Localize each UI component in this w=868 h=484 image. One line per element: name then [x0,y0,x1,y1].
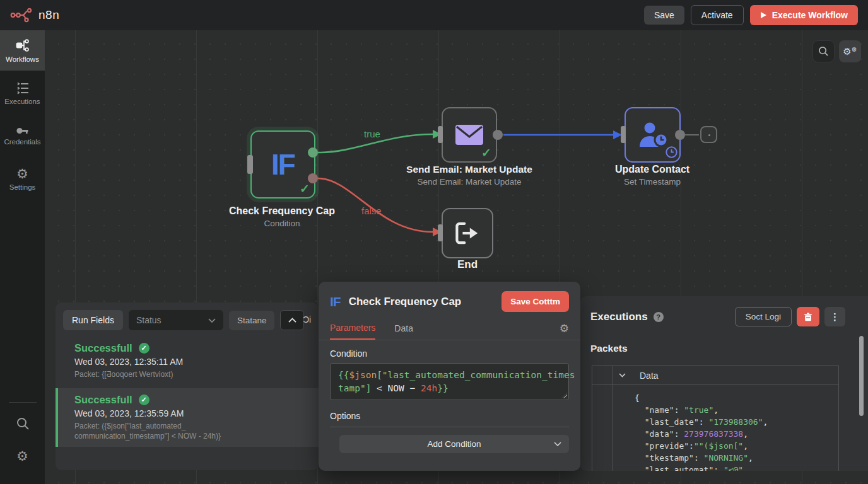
canvas-settings-button[interactable]: ⚙⚙ [839,40,861,62]
topbar-actions: Save Activate Execute Workflow [644,5,858,25]
n8n-logo[interactable]: n8n [10,8,59,23]
gear-icon[interactable]: ⚙ [560,322,569,340]
user-clock-icon [637,122,669,148]
executions-title: Executions [590,311,648,323]
json-line: "last_automat": "<@", [635,464,838,471]
condition-expression-input[interactable]: {{$json["last_automated_communication_ti… [330,363,569,400]
contact-output-dot[interactable] [675,130,685,140]
json-line: "tkestamp": "NORNING", [635,452,838,464]
clock-badge-icon [665,146,678,161]
status-filter-select[interactable]: Status [129,310,223,330]
contact-input-handle[interactable] [621,126,626,143]
execution-status: Successfull ✓ [74,394,311,406]
modal-title: Check Frequency Cap [349,296,502,308]
code-line: {{$json["last_automated_communication_ti… [338,369,561,382]
code-line: tamp"] < NOW − 24h}} [338,382,561,395]
contact-node-label: Update Contact Set Timestamp [577,164,728,187]
sidebar-item-executions[interactable]: Executions [0,73,45,113]
gear-icon[interactable]: ⚙ [16,449,28,463]
search-icon[interactable] [16,417,30,433]
activate-button[interactable]: Activate [691,5,744,25]
execution-timestamp: Wed 03, 2023, 12:35:59 AM [74,408,311,418]
if-false-output-dot[interactable] [308,173,318,183]
if-input-handle[interactable] [247,155,253,174]
soct-logi-button[interactable]: Soct Logi [735,307,792,326]
save-condition-button[interactable]: Save Cotttm [501,291,569,312]
node-end[interactable] [442,208,493,258]
packet-json-view: { "name": "true", "last_date": "17398830… [613,385,838,471]
email-output-dot[interactable] [493,130,503,140]
execute-workflow-button[interactable]: Execute Workflow [750,5,858,25]
kebab-icon: ⋮ [830,311,840,323]
chevron-up-icon [288,318,296,323]
save-button[interactable]: Save [644,6,684,25]
node-check-frequency-cap[interactable]: IF ✓ [250,130,315,199]
execution-list-item-selected[interactable]: Successfull ✓ Wed 03, 2023, 12:35:59 AM … [56,388,319,446]
statane-button[interactable]: Statane [229,311,275,330]
execution-packet: Packet: {[Ƌooqoert Wertvioxt) [74,369,311,379]
table-header-row[interactable]: Data [592,366,838,385]
trash-icon [804,313,812,321]
resize-grip[interactable] [561,393,567,398]
success-badge-icon: ✓ [139,395,150,405]
options-divider [330,427,569,427]
execution-list-item[interactable]: Successfull ✓ Wed 03, 2023, 12:35:11 AM … [56,337,319,384]
sidebar-label: Workflows [6,55,39,63]
add-condition-button[interactable]: Add Condition [339,435,569,453]
if-node-label: Check Frequency Cap Condition [206,205,358,228]
tab-data[interactable]: Data [394,323,413,339]
sidebar-label: Settings [9,183,36,191]
canvas-controls: ⚙⚙ [812,40,861,62]
sidebar-item-workflows[interactable]: Workflows [0,30,45,71]
sidebar-label: Credentials [4,138,40,146]
sidebar-item-settings[interactable]: ⚙ Settings [0,159,45,199]
delete-button[interactable] [797,307,819,326]
gears-icon: ⚙⚙ [843,46,857,57]
packets-table: Data { "name": "true", "last_date": "173… [592,366,839,471]
runs-controls: Run Fields Status Statane Ɔi [56,302,319,330]
if-node-glyph: IF [271,147,295,182]
kebab-menu-button[interactable]: ⋮ [824,307,845,326]
data-column-header: Data [640,371,659,381]
execution-status: Successfull ✓ [74,342,311,354]
n8n-app: n8n Save Activate Execute Workflow Workf… [0,0,868,484]
executions-list-icon [16,82,30,95]
success-check-icon: ✓ [481,146,491,160]
sidebar-item-credentials[interactable]: Credentials [0,116,45,156]
json-line: "name": "true", [635,404,838,416]
json-line: { [635,392,838,404]
options-label: Options [330,411,569,421]
success-badge-icon: ✓ [139,343,150,354]
collapse-button[interactable] [280,310,304,330]
workflow-icon [16,38,30,52]
modal-header: IF Check Frequency Cap Save Cotttm [319,282,580,318]
help-icon[interactable]: ? [654,312,664,322]
chevron-down-icon [554,442,561,446]
n8n-logo-icon [10,8,33,23]
success-check-icon: ✓ [300,182,310,196]
top-bar: n8n Save Activate Execute Workflow [0,0,868,30]
edge-label-true: true [364,129,380,139]
clipped-control-text: Ɔi [303,314,311,325]
sidebar-bottom: ⚙ [0,402,45,479]
canvas-search-button[interactable] [812,40,835,62]
tab-parameters[interactable]: Parameters [330,323,375,340]
packets-title: Packets [590,343,868,354]
search-icon [818,46,829,57]
node-update-contact[interactable] [625,107,681,163]
add-node-stub[interactable] [700,126,717,143]
email-input-handle[interactable] [438,126,443,143]
if-true-output-dot[interactable] [308,147,318,158]
run-fields-button[interactable]: Run Fields [63,310,123,330]
key-icon [16,127,30,135]
json-line: "data": 273976837338, [635,428,838,440]
json-line: "previde":""($json[", [635,440,838,452]
executions-actions: Soct Logi ⋮ [735,307,845,326]
runs-panel: Run Fields Status Statane Ɔi Successfull… [56,302,319,470]
panel-scrollbar[interactable] [859,336,864,416]
exit-icon [454,221,481,245]
modal-tabs: Parameters Data ⚙ [319,318,580,340]
end-input-handle[interactable] [438,224,443,241]
sidebar-label: Executions [4,98,40,105]
node-send-email[interactable]: ✓ [442,107,497,163]
